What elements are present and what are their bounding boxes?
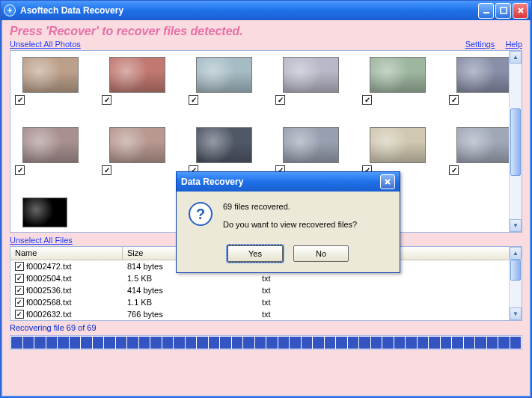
progress-bar <box>10 335 522 350</box>
minimize-button[interactable] <box>478 3 494 19</box>
unselect-all-photos-link[interactable]: Unselect All Photos <box>10 40 81 49</box>
scroll-track[interactable] <box>510 260 522 307</box>
progress-segment <box>162 337 174 349</box>
progress-segment <box>498 337 510 349</box>
window-title: Asoftech Data Recovery <box>20 5 478 16</box>
window-body: Press 'Recover' to recover files detecte… <box>1 20 531 397</box>
no-button[interactable]: No <box>293 245 349 262</box>
scroll-track[interactable] <box>510 64 522 219</box>
progress-segment <box>371 337 382 349</box>
photo-item[interactable]: ✓ <box>275 127 343 175</box>
file-size: 1.1 KB <box>123 298 257 307</box>
file-name: f0002472.txt <box>26 262 72 271</box>
progress-segment <box>127 337 138 349</box>
photo-checkbox[interactable]: ✓ <box>362 95 372 105</box>
table-row[interactable]: ✓f0002632.txt766 bytestxt <box>10 308 522 320</box>
photo-thumbnail[interactable] <box>22 198 67 227</box>
table-row[interactable]: ✓f0002536.txt414 bytestxt <box>10 284 522 296</box>
photo-item[interactable]: ✓ <box>362 127 429 175</box>
progress-segment <box>336 337 347 349</box>
progress-segment <box>23 337 34 349</box>
photo-thumbnail[interactable] <box>456 57 513 93</box>
progress-segment <box>150 337 162 349</box>
photo-checkbox[interactable]: ✓ <box>102 95 111 105</box>
photo-checkbox[interactable]: ✓ <box>189 95 198 105</box>
photo-checkbox[interactable]: ✓ <box>275 95 285 105</box>
svg-rect-1 <box>501 7 507 13</box>
titlebar: + Asoftech Data Recovery <box>1 1 531 20</box>
photo-thumbnail[interactable] <box>22 127 79 163</box>
file-checkbox[interactable]: ✓ <box>15 262 24 271</box>
file-checkbox[interactable]: ✓ <box>15 310 24 319</box>
photo-item[interactable]: ✓ <box>449 127 516 175</box>
photo-checkbox[interactable]: ✓ <box>102 165 111 175</box>
progress-segment <box>406 337 417 349</box>
photo-item[interactable] <box>15 198 82 227</box>
photo-thumbnail[interactable] <box>283 57 339 93</box>
photo-item[interactable]: ✓ <box>189 127 256 175</box>
window-controls <box>478 3 528 19</box>
progress-segment <box>232 337 243 349</box>
photo-thumbnail[interactable] <box>196 127 252 163</box>
yes-button[interactable]: Yes <box>227 245 283 262</box>
maximize-button[interactable] <box>495 3 511 19</box>
photo-thumbnail[interactable] <box>109 57 165 93</box>
file-extension: txt <box>257 274 370 283</box>
photo-item[interactable]: ✓ <box>449 57 516 105</box>
files-scrollbar[interactable]: ▲ ▼ <box>509 247 522 320</box>
progress-segment <box>418 337 429 349</box>
dialog-close-button[interactable] <box>380 174 395 189</box>
table-row[interactable]: ✓f0002568.txt1.1 KBtxt <box>10 296 522 308</box>
dialog-body: ? 69 files recovered. Do you want to vie… <box>177 192 400 245</box>
close-icon <box>517 7 525 14</box>
dialog-line1: 69 files recovered. <box>223 202 357 211</box>
progress-segment <box>139 337 150 349</box>
scroll-thumb[interactable] <box>510 260 521 281</box>
photo-thumbnail[interactable] <box>370 57 426 93</box>
photo-thumbnail[interactable] <box>22 57 79 93</box>
photo-thumbnail[interactable] <box>109 127 165 163</box>
photo-thumbnail[interactable] <box>370 127 426 163</box>
file-checkbox[interactable]: ✓ <box>15 274 24 283</box>
scroll-down-button[interactable]: ▼ <box>510 307 522 320</box>
photo-item[interactable]: ✓ <box>102 127 169 175</box>
file-size: 414 bytes <box>123 286 257 295</box>
photo-checkbox[interactable]: ✓ <box>449 95 459 105</box>
photo-thumbnail[interactable] <box>196 57 252 93</box>
scroll-thumb[interactable] <box>510 108 521 176</box>
question-icon: ? <box>189 202 213 226</box>
svg-rect-0 <box>483 12 489 13</box>
progress-segment <box>93 337 104 349</box>
photo-thumbnail[interactable] <box>456 127 513 163</box>
recovery-dialog: Data Recovery ? 69 files recovered. Do y… <box>176 171 400 273</box>
scroll-up-button[interactable]: ▲ <box>510 247 522 260</box>
photo-item[interactable]: ✓ <box>102 57 169 105</box>
photo-item[interactable]: ✓ <box>189 57 256 105</box>
dialog-text: 69 files recovered. Do you want to view … <box>223 202 357 238</box>
photo-thumbnail[interactable] <box>283 127 339 163</box>
file-checkbox[interactable]: ✓ <box>15 298 24 307</box>
photo-checkbox[interactable]: ✓ <box>15 165 25 175</box>
scroll-up-button[interactable]: ▲ <box>510 51 522 64</box>
photo-item[interactable]: ✓ <box>362 57 429 105</box>
photo-item[interactable]: ✓ <box>275 57 343 105</box>
photos-scrollbar[interactable]: ▲ ▼ <box>509 51 522 232</box>
file-size: 766 bytes <box>123 310 257 319</box>
col-header-name[interactable]: Name <box>10 247 123 260</box>
table-row[interactable]: ✓f0002504.txt1.5 KBtxt <box>10 272 522 284</box>
help-link[interactable]: Help <box>505 40 522 49</box>
dialog-title: Data Recovery <box>181 177 243 187</box>
progress-segment <box>174 337 185 349</box>
close-button[interactable] <box>513 3 528 19</box>
settings-link[interactable]: Settings <box>465 40 495 49</box>
photo-item[interactable]: ✓ <box>15 127 82 175</box>
main-window: + Asoftech Data Recovery Press 'Recover'… <box>0 0 532 398</box>
photo-checkbox[interactable]: ✓ <box>449 165 459 175</box>
progress-segment <box>475 337 486 349</box>
progress-segment <box>197 337 208 349</box>
progress-segment <box>359 337 370 349</box>
photo-checkbox[interactable]: ✓ <box>15 95 25 105</box>
file-checkbox[interactable]: ✓ <box>15 286 24 295</box>
photo-item[interactable]: ✓ <box>15 57 82 105</box>
scroll-down-button[interactable]: ▼ <box>510 219 522 232</box>
